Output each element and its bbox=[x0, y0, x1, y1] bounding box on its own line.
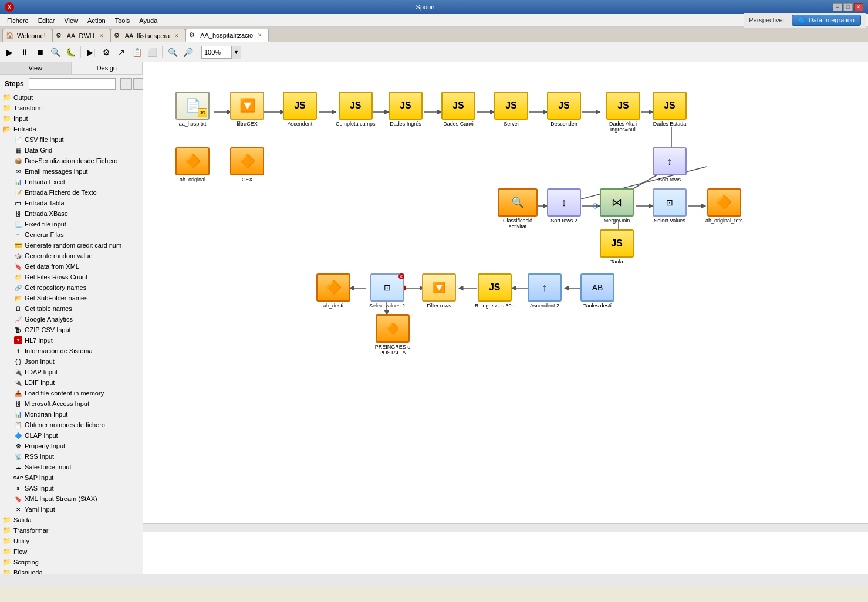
item-load-file[interactable]: 📥 Load file content in memory bbox=[0, 388, 143, 398]
category-scripting[interactable]: 📁 Scripting bbox=[0, 557, 143, 567]
transform-button[interactable]: ⚙ bbox=[99, 45, 113, 59]
select-button[interactable]: ⬜ bbox=[145, 45, 159, 59]
note-button[interactable]: 📋 bbox=[130, 45, 144, 59]
node-select-values-2[interactable]: ⊡ ✕ Select values 2 bbox=[369, 273, 405, 309]
tab-hosp-close[interactable]: ✕ bbox=[258, 32, 262, 38]
canvas[interactable]: 📄 JS aa_hosp.txt 🔽 filtraCEX JS Ascenden… bbox=[143, 62, 868, 574]
item-entrada-xbase[interactable]: 🗄 Entrada XBase bbox=[0, 208, 143, 219]
node-dades-canvi[interactable]: JS Dades Canvi bbox=[441, 92, 475, 127]
node-filtra-cex[interactable]: 🔽 filtraCEX bbox=[230, 92, 264, 127]
item-rss[interactable]: 📡 RSS Input bbox=[0, 451, 143, 462]
item-olap[interactable]: 🔷 OLAP Input bbox=[0, 430, 143, 441]
item-get-data-xml[interactable]: 🔖 Get data from XML bbox=[0, 261, 143, 272]
category-busqueda[interactable]: 📁 Búsqueda bbox=[0, 567, 143, 574]
node-merge-join[interactable]: ⋈ Merge/Join bbox=[600, 188, 634, 224]
node-taula[interactable]: JS Taula bbox=[600, 229, 634, 265]
node-dades-alta[interactable]: JS Dades Alta i Ingres=null bbox=[600, 92, 647, 133]
node-reingressos[interactable]: JS Reingressos 30d bbox=[475, 273, 515, 309]
item-ldap[interactable]: 🔌 LDAP Input bbox=[0, 367, 143, 377]
close-button[interactable]: ✕ bbox=[854, 3, 863, 11]
perspective-button[interactable]: 🔷 Data Integration bbox=[792, 15, 861, 26]
item-data-grid[interactable]: ▦ Data Grid bbox=[0, 145, 143, 155]
item-obtener-nombres[interactable]: 📋 Obtener nombres de fichero bbox=[0, 420, 143, 430]
item-des-serialization[interactable]: 📦 Des-Serializacion desde Fichero bbox=[0, 155, 143, 166]
item-xml-stream[interactable]: 🔖 XML Input Stream (StAX) bbox=[0, 493, 143, 504]
node-filter-rows[interactable]: 🔽 Filter rows bbox=[422, 273, 456, 309]
item-sas[interactable]: S SAS Input bbox=[0, 483, 143, 493]
item-access[interactable]: 🗄 Microsoft Access Input bbox=[0, 398, 143, 409]
node-ah-desti[interactable]: 🔶 ah_desti bbox=[316, 273, 350, 309]
step-run-button[interactable]: ▶| bbox=[84, 45, 98, 59]
node-ah-original-tots[interactable]: 🔶 ah_original_tots bbox=[705, 188, 743, 224]
zoom-in-button[interactable]: 🔍 bbox=[166, 45, 180, 59]
item-get-table-names[interactable]: 🗒 Get table names bbox=[0, 303, 143, 314]
node-ascendent-2[interactable]: ↑ Ascendent 2 bbox=[528, 273, 562, 309]
item-email-messages[interactable]: ✉ Email messages input bbox=[0, 166, 143, 177]
item-ldif[interactable]: 🔌 LDIF Input bbox=[0, 377, 143, 388]
debug-button[interactable]: 🐛 bbox=[63, 45, 77, 59]
node-dades-estada[interactable]: JS Dades Estada bbox=[653, 92, 687, 127]
item-informacion-sistema[interactable]: ℹ Información de Sistema bbox=[0, 346, 143, 356]
item-get-subfolder[interactable]: 📂 Get SubFolder names bbox=[0, 293, 143, 303]
menu-view[interactable]: View bbox=[59, 16, 83, 25]
item-entrada-tabla[interactable]: 🗃 Entrada Tabla bbox=[0, 198, 143, 208]
item-entrada-excel[interactable]: 📊 Entrada Excel bbox=[0, 177, 143, 187]
item-yaml[interactable]: ✕ Yaml Input bbox=[0, 504, 143, 515]
menu-action[interactable]: Action bbox=[83, 16, 110, 25]
node-dades-ingres[interactable]: JS Dades Ingrés bbox=[389, 92, 423, 127]
node-descenden[interactable]: JS Descenden bbox=[547, 92, 581, 127]
menu-fichero[interactable]: Fichero bbox=[2, 16, 33, 25]
item-fixed-file-input[interactable]: 📃 Fixed file input bbox=[0, 219, 143, 229]
item-generate-random[interactable]: 🎲 Generate random value bbox=[0, 251, 143, 261]
preview-button[interactable]: 🔍 bbox=[48, 45, 62, 59]
category-transform[interactable]: 📁 Transform bbox=[0, 103, 143, 113]
node-sort-rows-2[interactable]: ↕ Sort rows 2 bbox=[547, 188, 581, 224]
item-get-repo-names[interactable]: 🔗 Get repository names bbox=[0, 282, 143, 293]
zoom-input[interactable] bbox=[202, 49, 231, 56]
tab-dwh-close[interactable]: ✕ bbox=[99, 33, 104, 39]
horizontal-scrollbar[interactable] bbox=[143, 523, 868, 532]
node-ah-original[interactable]: 🔶 ah_original bbox=[175, 147, 210, 182]
pause-button[interactable]: ⏸ bbox=[18, 45, 32, 59]
category-salida[interactable]: 📁 Salida bbox=[0, 515, 143, 525]
menu-tools[interactable]: Tools bbox=[110, 16, 135, 25]
tab-aa-hospitalitzacio[interactable]: ⚙ AA_hospitalitzacio ✕ bbox=[185, 29, 269, 42]
zoom-out-button[interactable]: 🔎 bbox=[181, 45, 195, 59]
item-sap[interactable]: SAP SAP Input bbox=[0, 472, 143, 483]
category-utility[interactable]: 📁 Utility bbox=[0, 536, 143, 546]
steps-search-input[interactable] bbox=[29, 78, 116, 90]
node-cex[interactable]: 🔶 CEX bbox=[230, 147, 264, 182]
zoom-dropdown[interactable]: ▼ bbox=[231, 46, 241, 59]
steps-expand-button[interactable]: + bbox=[120, 78, 132, 90]
item-csv-file-input[interactable]: 📄 CSV file input bbox=[0, 134, 143, 145]
node-servei[interactable]: JS Servei bbox=[494, 92, 528, 127]
item-get-files-rows[interactable]: 📁 Get Files Rows Count bbox=[0, 272, 143, 282]
steps-collapse-button[interactable]: − bbox=[133, 78, 143, 90]
category-transformar[interactable]: 📁 Transformar bbox=[0, 525, 143, 536]
item-hl7[interactable]: 7 HL7 Input bbox=[0, 335, 143, 346]
node-sort-rows[interactable]: ↕ Sort rows bbox=[653, 147, 687, 182]
item-mondrian[interactable]: 📊 Mondrian Input bbox=[0, 409, 143, 420]
menu-editar[interactable]: Editar bbox=[33, 16, 60, 25]
category-flow[interactable]: 📁 Flow bbox=[0, 546, 143, 557]
panel-tab-view[interactable]: View bbox=[0, 62, 72, 74]
node-aa-hosp-txt[interactable]: 📄 JS aa_hosp.txt bbox=[175, 92, 210, 127]
menu-ayuda[interactable]: Ayuda bbox=[134, 16, 162, 25]
tab-aa-llistaespera[interactable]: ⚙ AA_llistaespera ✕ bbox=[110, 29, 185, 42]
node-ascendent[interactable]: JS Ascendent bbox=[283, 92, 317, 127]
node-select-values[interactable]: ⊡ Select values bbox=[653, 188, 687, 224]
tab-llista-close[interactable]: ✕ bbox=[174, 33, 179, 39]
minimize-button[interactable]: − bbox=[833, 3, 842, 11]
category-output[interactable]: 📁 Output bbox=[0, 92, 143, 103]
maximize-button[interactable]: □ bbox=[843, 3, 853, 11]
item-generate-cc[interactable]: 💳 Generate random credit card num bbox=[0, 240, 143, 251]
node-preingres[interactable]: 🔶 PREINGRES o POSTALTA bbox=[369, 314, 416, 356]
item-property[interactable]: ⚙ Property Input bbox=[0, 441, 143, 451]
tab-welcome[interactable]: 🏠 Welcome! bbox=[2, 29, 52, 42]
item-entrada-fichero[interactable]: 📝 Entrada Fichero de Texto bbox=[0, 187, 143, 198]
item-salesforce[interactable]: ☁ Salesforce Input bbox=[0, 462, 143, 472]
category-entrada[interactable]: 📂 Entrada bbox=[0, 124, 143, 134]
panel-tab-design[interactable]: Design bbox=[72, 62, 143, 74]
node-classificacio[interactable]: 🔍 Classificació activitat bbox=[494, 188, 541, 229]
node-taules-desti[interactable]: AB Taules destí bbox=[580, 273, 614, 309]
